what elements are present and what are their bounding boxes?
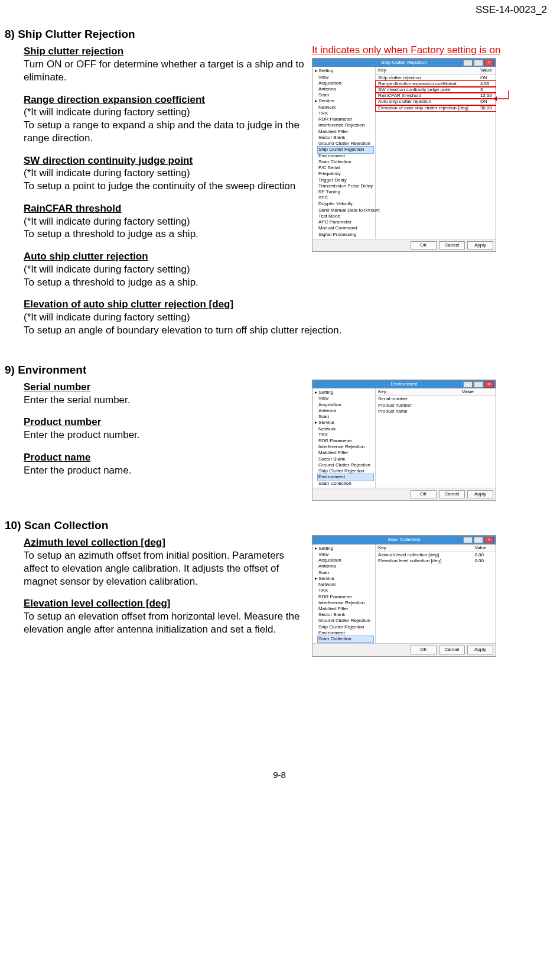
table-row[interactable]: SW direction continuity judge point3	[376, 87, 496, 93]
tree-item[interactable]: Scan	[318, 92, 373, 98]
tree-item[interactable]: Interference Rejection	[318, 600, 373, 606]
tree-item[interactable]: ▸ Service	[314, 98, 373, 104]
table-row[interactable]: Ship clutter rejectionON	[376, 74, 496, 81]
maximize-icon[interactable]: □	[474, 60, 483, 66]
definition-title: RainCFAR threshold	[24, 202, 307, 215]
definition-body: To setup a point to judge the continuity…	[24, 180, 307, 193]
tree-item[interactable]: APC Parameter	[318, 219, 373, 225]
maximize-icon[interactable]: □	[474, 381, 483, 388]
tree-item[interactable]: Matched Filter	[318, 129, 373, 135]
tree-item[interactable]: Scan	[318, 414, 373, 420]
minimize-icon[interactable]: –	[463, 60, 473, 66]
table-row[interactable]: Range direction expansion coefficient4.5…	[376, 81, 496, 87]
tree-item[interactable]: Ground Clutter Rejection	[318, 618, 373, 624]
page-number: 9-8	[5, 769, 554, 780]
tree-item[interactable]: RDR Parameter	[318, 438, 373, 444]
apply-button[interactable]: Apply	[467, 241, 493, 249]
definition-body: To setup a threshold to judge as a ship.	[24, 276, 307, 289]
tree-item[interactable]: Ground Clutter Rejection	[318, 462, 373, 468]
tree-item[interactable]: View	[318, 74, 373, 80]
tree-item[interactable]: Acquisition	[318, 402, 373, 408]
red-callout-arrow	[492, 89, 510, 107]
maximize-icon[interactable]: □	[474, 537, 483, 543]
tree-item[interactable]: Antenna	[318, 408, 373, 414]
table-row[interactable]: RainCFAR threshold12.00	[376, 93, 496, 99]
tree-item[interactable]: Scan Collection	[318, 481, 373, 487]
tree-item[interactable]: Signal Processing	[318, 232, 373, 238]
tree-item[interactable]: TRX	[318, 111, 373, 116]
tree-item[interactable]: Scan Collection	[318, 159, 373, 165]
tree-item[interactable]: Test Mode	[318, 213, 373, 219]
tree-item[interactable]: Ship Clutter Rejection	[318, 147, 373, 153]
tree-item[interactable]: ▸ Setting	[314, 546, 373, 552]
tree-item[interactable]: Network	[318, 105, 373, 111]
tree-item[interactable]: Interference Rejection	[318, 122, 373, 128]
definition-title: Auto ship clutter rejection	[24, 250, 307, 263]
tree-item[interactable]: Frequency	[318, 171, 373, 177]
table-row[interactable]: Product number	[376, 403, 496, 409]
cancel-button[interactable]: Cancel	[439, 646, 465, 654]
ok-button[interactable]: OK	[411, 646, 437, 654]
tree-item[interactable]: Network	[318, 426, 373, 432]
tree-item[interactable]: Trigger Delay	[318, 177, 373, 183]
tree-item[interactable]: Ship Clutter Rejection	[318, 624, 373, 630]
tree-item[interactable]: Ship Clutter Rejection	[318, 468, 373, 474]
tree-item[interactable]: Send Manual Data to RXcont	[318, 208, 373, 213]
tree-item[interactable]: Sector Blank	[318, 612, 373, 618]
tree-item[interactable]: Ground Clutter Rejection	[318, 141, 373, 147]
tree-item[interactable]: Doppler Velocity	[318, 201, 373, 207]
tree-item[interactable]: Manual Command	[318, 225, 373, 231]
tree-item[interactable]: Environment	[318, 474, 373, 480]
tree-item[interactable]: Scan	[318, 570, 373, 576]
tree-item[interactable]: TRX	[318, 588, 373, 594]
cancel-button[interactable]: Cancel	[439, 490, 465, 498]
close-icon[interactable]: ×	[484, 537, 494, 543]
tree-item[interactable]: Sector Blank	[318, 456, 373, 462]
cancel-button[interactable]: Cancel	[439, 241, 465, 249]
ok-button[interactable]: OK	[411, 241, 437, 249]
tree-item[interactable]: Matched Filter	[318, 606, 373, 612]
table-row[interactable]: Elevation level collection [deg]0.00	[376, 558, 496, 564]
tree-item[interactable]: RDR Parameter	[318, 594, 373, 600]
apply-button[interactable]: Apply	[467, 490, 493, 498]
apply-button[interactable]: Apply	[467, 646, 493, 654]
minimize-icon[interactable]: –	[463, 537, 473, 543]
cell-value: ON	[478, 74, 496, 81]
minimize-icon[interactable]: –	[463, 381, 473, 388]
tree-item[interactable]: RF Tuning	[318, 189, 373, 195]
tree-item[interactable]: Environment	[318, 630, 373, 636]
tree-item[interactable]: ▸ Service	[314, 420, 373, 426]
tree-item[interactable]: View	[318, 552, 373, 557]
tree-item[interactable]: Transmission Pulse Delay	[318, 183, 373, 189]
tree-item[interactable]: Matched Filter	[318, 450, 373, 456]
tree-item[interactable]: STC	[318, 195, 373, 201]
table-row[interactable]: Elevation of auto ship clutter rejection…	[376, 105, 496, 111]
tree-item[interactable]: View	[318, 396, 373, 401]
tree-item[interactable]: ▸ Setting	[314, 390, 373, 396]
definition-title: Elevation of auto ship clutter rejection…	[24, 298, 554, 311]
tree-item[interactable]: ▸ Service	[314, 576, 373, 582]
tree-item[interactable]: Network	[318, 582, 373, 588]
table-row[interactable]: Azimuth level collection [deg]0.00	[376, 552, 496, 558]
tree-item[interactable]: Environment	[318, 153, 373, 159]
tree-item[interactable]: Interference Rejection	[318, 444, 373, 450]
tree-item[interactable]: Scan Collection	[318, 636, 373, 642]
table-row[interactable]: Auto ship clutter rejectionON	[376, 99, 496, 105]
tree-item[interactable]: P/C Serial	[318, 165, 373, 171]
definition-body: To setup an azimuth offset from initial …	[24, 549, 307, 588]
close-icon[interactable]: ×	[484, 381, 494, 388]
tree-item[interactable]: Sector Blank	[318, 135, 373, 141]
tree-item[interactable]: RDR Parameter	[318, 116, 373, 122]
tree-item[interactable]: Antenna	[318, 563, 373, 569]
ok-button[interactable]: OK	[411, 490, 437, 498]
tree-item[interactable]: Antenna	[318, 86, 373, 92]
table-row[interactable]: Product name	[376, 409, 496, 414]
table-row[interactable]: Serial number	[376, 396, 496, 403]
tree-item[interactable]: TRX	[318, 432, 373, 438]
close-icon[interactable]: ×	[484, 60, 494, 66]
tree-item[interactable]: ▸ Setting	[314, 68, 373, 74]
tree-item[interactable]: Acquisition	[318, 557, 373, 563]
tree-item[interactable]: Acquisition	[318, 80, 373, 86]
column-header: Value	[472, 544, 496, 552]
section-9-figure: Environment–□×▸ SettingViewAcquisitionAn…	[312, 380, 496, 501]
